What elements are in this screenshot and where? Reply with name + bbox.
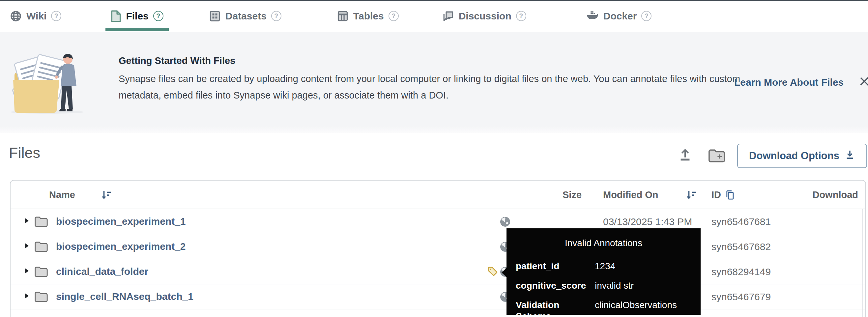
help-icon[interactable] (389, 11, 399, 21)
learn-more-link[interactable]: Learn More About Files (734, 77, 844, 88)
upload-icon[interactable] (678, 147, 693, 163)
dataset-grid-icon (209, 10, 221, 22)
column-header-size[interactable]: Size (562, 181, 582, 209)
folder-link[interactable]: clinical_data_folder (56, 266, 148, 277)
table-row: biospecimen_experiment_1 03/13/2025 1:43… (10, 209, 865, 234)
tab-docker[interactable]: Docker (586, 1, 652, 31)
tooltip-key: patient_id (516, 261, 595, 272)
docker-whale-icon (586, 10, 599, 22)
folder-link[interactable]: biospecimen_experiment_2 (56, 241, 186, 252)
files-illustration (9, 46, 85, 117)
synapse-id-cell: syn68294149 (711, 266, 771, 278)
folder-icon (34, 216, 48, 229)
public-globe-icon[interactable] (499, 216, 511, 229)
column-header-name[interactable]: Name (49, 181, 75, 209)
folder-icon (34, 291, 48, 304)
help-icon[interactable] (516, 11, 526, 21)
help-icon[interactable] (153, 11, 163, 21)
column-header-download: Download (812, 181, 858, 209)
sort-icon[interactable] (685, 189, 697, 202)
tooltip-key: Validation Schema (516, 299, 595, 317)
file-icon (111, 10, 121, 23)
table-row: clinical_data_folder syn68294149 (10, 259, 865, 284)
entity-tab-bar: Wiki Files Datasets Tables Discussion Do… (0, 0, 868, 31)
tab-label: Datasets (225, 10, 267, 22)
tooltip-key: cognitive_score (516, 280, 595, 291)
tab-label: Discussion (459, 10, 512, 22)
tab-tables[interactable]: Tables (337, 1, 399, 31)
tab-label: Files (126, 10, 148, 22)
expand-caret-icon[interactable] (25, 268, 29, 275)
tooltip-value: 1234 (595, 261, 615, 272)
folder-link[interactable]: single_cell_RNAseq_batch_1 (56, 291, 193, 302)
tooltip-title: Invalid Annotations (506, 237, 701, 249)
page-title: Files (9, 144, 40, 161)
table-row: single_cell_RNAseq_batch_1 syn65467679 (10, 284, 865, 310)
table-body: biospecimen_experiment_1 03/13/2025 1:43… (10, 209, 865, 310)
download-icon (845, 149, 855, 163)
expand-caret-icon[interactable] (25, 218, 29, 225)
tab-datasets[interactable]: Datasets (209, 1, 281, 31)
tooltip-value: clinicalObservations (595, 299, 677, 317)
tab-files[interactable]: Files (111, 1, 163, 31)
synapse-id-cell: syn65467681 (711, 216, 771, 227)
table-header-row: Name Size Modified On ID Download (10, 181, 865, 209)
column-header-modified[interactable]: Modified On (603, 181, 658, 209)
folder-icon (34, 241, 48, 254)
table-icon (337, 10, 349, 22)
copy-icon[interactable] (724, 189, 736, 202)
tooltip-value: invalid str (595, 280, 634, 291)
folder-link[interactable]: biospecimen_experiment_1 (56, 216, 186, 227)
download-options-label: Download Options (749, 150, 839, 162)
tooltip-row: cognitive_score invalid str (506, 280, 701, 291)
annotations-tag-icon[interactable] (487, 266, 498, 279)
expand-caret-icon[interactable] (25, 293, 29, 300)
synapse-id-cell: syn65467682 (711, 241, 771, 252)
close-icon[interactable] (859, 76, 868, 88)
tooltip-row: patient_id 1234 (506, 261, 701, 272)
tab-wiki[interactable]: Wiki (10, 1, 61, 31)
chat-bubbles-icon (442, 10, 454, 22)
globe-icon (10, 10, 22, 22)
synapse-id-cell: syn65467679 (711, 291, 771, 303)
sort-icon[interactable] (100, 189, 112, 202)
add-folder-icon[interactable] (708, 148, 726, 165)
tab-discussion[interactable]: Discussion (442, 1, 526, 31)
expand-caret-icon[interactable] (25, 243, 29, 250)
download-options-button[interactable]: Download Options (737, 144, 867, 168)
getting-started-banner: Getting Started With Files Synapse files… (0, 32, 868, 133)
tooltip-row: Validation Schema clinicalObservations (506, 299, 701, 317)
tab-label: Wiki (26, 10, 46, 22)
help-icon[interactable] (271, 11, 281, 21)
files-table: Name Size Modified On ID Download biospe… (10, 180, 866, 317)
banner-title: Getting Started With Files (119, 55, 235, 66)
column-header-id[interactable]: ID (711, 181, 721, 209)
help-icon[interactable] (51, 11, 61, 21)
modified-on-cell: 03/13/2025 1:43 PM (603, 216, 692, 227)
folder-icon (34, 266, 48, 279)
tab-label: Tables (353, 10, 384, 22)
table-row: biospecimen_experiment_2 syn65467682 (10, 234, 865, 259)
tab-label: Docker (603, 10, 637, 22)
invalid-annotations-tooltip: Invalid Annotations patient_id 1234 cogn… (506, 228, 701, 315)
help-icon[interactable] (641, 11, 651, 21)
banner-body: Synapse files can be created by uploadin… (119, 70, 784, 103)
table-scrollbar[interactable] (862, 209, 863, 317)
